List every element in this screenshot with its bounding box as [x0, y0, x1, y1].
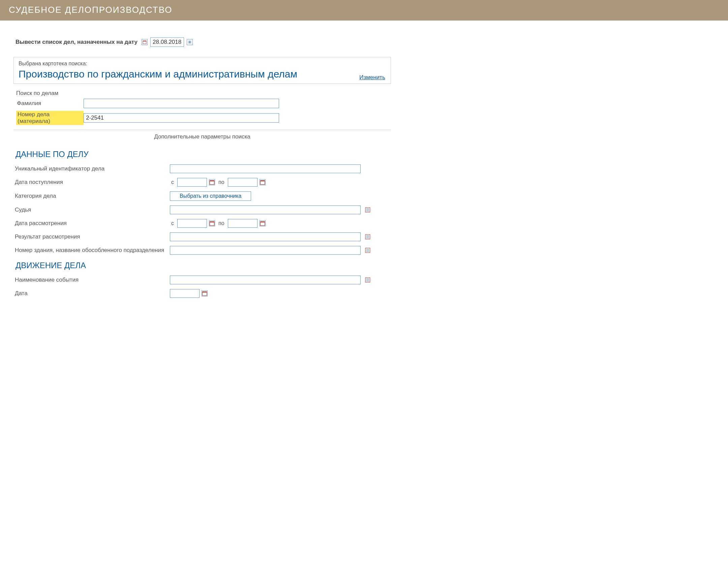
- search-section: Поиск по делам Фамилия Номер дела (матер…: [13, 88, 391, 125]
- svg-rect-9: [260, 181, 265, 182]
- category-ref-button[interactable]: Выбрать из справочника: [170, 191, 251, 201]
- case-movement-heading: ДВИЖЕНИЕ ДЕЛА: [16, 261, 391, 270]
- building-label: Номер здания, название обособленного под…: [15, 247, 170, 254]
- calendar-icon[interactable]: [209, 179, 215, 185]
- building-input[interactable]: [170, 246, 361, 255]
- casenum-row: Номер дела (материала): [16, 111, 388, 125]
- move-date-label: Дата: [15, 290, 170, 297]
- move-date-row: Дата: [13, 289, 391, 298]
- svg-rect-15: [210, 222, 214, 223]
- svg-rect-7: [210, 181, 214, 182]
- selected-card-title: Производство по гражданским и администра…: [19, 68, 386, 80]
- list-icon[interactable]: [365, 207, 371, 213]
- search-title: Поиск по делам: [16, 90, 388, 97]
- judge-input[interactable]: [170, 206, 361, 214]
- calendar-icon[interactable]: [142, 39, 148, 45]
- content: Вывести список дел, назначенных на дату …: [0, 21, 404, 316]
- event-input[interactable]: [170, 276, 361, 284]
- calendar-icon[interactable]: [260, 179, 266, 185]
- result-input[interactable]: [170, 232, 361, 241]
- event-label: Наименование события: [15, 277, 170, 283]
- selected-card-box: Выбрана картотека поиска: Производство п…: [13, 57, 391, 84]
- date-filter-label: Вывести список дел, назначенных на дату: [16, 39, 138, 45]
- surname-row: Фамилия: [16, 99, 388, 108]
- svg-rect-1: [143, 41, 146, 41]
- result-label: Результат рассмотрения: [15, 233, 170, 240]
- judge-row: Судья: [13, 206, 391, 214]
- casenum-label: Номер дела (материала): [16, 111, 84, 125]
- date-filter-input[interactable]: [150, 37, 184, 47]
- divider: [13, 130, 391, 130]
- page-title: СУДЕБНОЕ ДЕЛОПРОИЗВОДСТВО: [9, 5, 172, 15]
- date-in-row: Дата поступления с по: [13, 178, 391, 187]
- from-label: с: [170, 220, 175, 226]
- judge-label: Судья: [15, 207, 170, 213]
- category-label: Категория дела: [15, 193, 170, 199]
- list-icon[interactable]: [365, 234, 371, 240]
- from-label: с: [170, 179, 175, 185]
- calendar-icon[interactable]: [202, 290, 208, 296]
- date-in-to-input[interactable]: [228, 178, 257, 187]
- building-row: Номер здания, название обособленного под…: [13, 246, 391, 255]
- uid-input[interactable]: [170, 164, 361, 173]
- calendar-icon[interactable]: [209, 220, 215, 226]
- extra-params-label: Дополнительные параметры поиска: [13, 133, 391, 140]
- to-label: по: [217, 179, 226, 185]
- change-card-link[interactable]: Изменить: [359, 74, 385, 81]
- review-to-input[interactable]: [228, 219, 257, 228]
- review-date-label: Дата рассмотрения: [15, 220, 170, 227]
- list-icon[interactable]: [365, 247, 371, 253]
- category-row: Категория дела Выбрать из справочника: [13, 191, 391, 201]
- case-data-heading: ДАННЫЕ ПО ДЕЛУ: [16, 150, 391, 159]
- result-row: Результат рассмотрения: [13, 232, 391, 241]
- svg-rect-31: [202, 292, 207, 293]
- uid-row: Уникальный идентификатор дела: [13, 164, 391, 173]
- date-filter-row: Вывести список дел, назначенных на дату: [13, 37, 391, 47]
- uid-label: Уникальный идентификатор дела: [15, 165, 170, 172]
- surname-label: Фамилия: [16, 100, 84, 107]
- date-in-label: Дата поступления: [15, 179, 170, 186]
- surname-input[interactable]: [84, 99, 279, 108]
- move-date-input[interactable]: [170, 289, 200, 298]
- review-from-input[interactable]: [177, 219, 207, 228]
- review-date-row: Дата рассмотрения с по: [13, 219, 391, 228]
- to-label: по: [217, 220, 226, 226]
- casenum-input[interactable]: [84, 113, 279, 123]
- date-in-from-input[interactable]: [177, 178, 207, 187]
- selected-card-label: Выбрана картотека поиска:: [19, 61, 386, 67]
- calendar-icon[interactable]: [260, 220, 266, 226]
- page-header: СУДЕБНОЕ ДЕЛОПРОИЗВОДСТВО: [0, 0, 728, 21]
- svg-rect-17: [260, 222, 265, 223]
- list-icon[interactable]: [365, 277, 371, 283]
- clear-date-icon[interactable]: [187, 39, 193, 45]
- event-row: Наименование события: [13, 276, 391, 284]
